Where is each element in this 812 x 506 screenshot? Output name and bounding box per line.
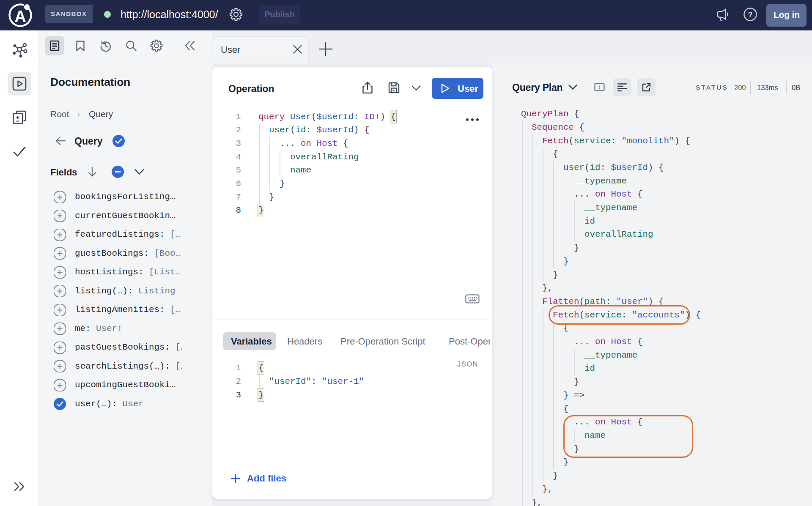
svg-text:A: A: [14, 8, 26, 25]
svg-text:?: ?: [748, 11, 753, 19]
